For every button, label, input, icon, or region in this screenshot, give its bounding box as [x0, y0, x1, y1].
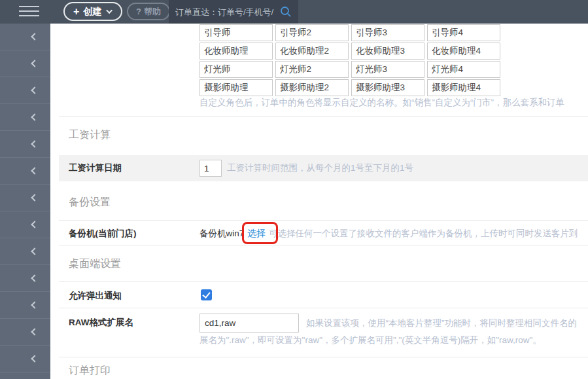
chevron-left-icon: [31, 60, 38, 67]
create-button-label: 创建: [83, 6, 101, 18]
section-title-print: 订单打印: [69, 364, 111, 378]
chevron-left-icon: [31, 301, 38, 308]
chevron-left-icon: [31, 194, 38, 201]
role-input[interactable]: [427, 61, 500, 78]
sidebar-item[interactable]: [0, 346, 50, 372]
backup-select-link[interactable]: 选择: [247, 228, 266, 240]
role-input[interactable]: [275, 43, 349, 60]
sidebar-item[interactable]: [0, 372, 50, 379]
popup-notify-checkbox[interactable]: [201, 289, 212, 300]
role-input[interactable]: [275, 79, 349, 96]
role-input[interactable]: [427, 79, 500, 96]
chevron-left-icon: [31, 274, 38, 281]
backup-hint-text: 可选择任何一个设置了接收文件的客户端作为备份机，上传时可同时发送客片到: [269, 228, 578, 240]
sidebar: [0, 24, 50, 379]
salary-date-row: 工资计算日期 工资计算时间范围，从每个月的1号至下月的1号: [59, 155, 588, 181]
sidebar-item[interactable]: [0, 158, 50, 185]
raw-extension-label: RAW格式扩展名: [69, 317, 133, 329]
sidebar-item[interactable]: [0, 292, 50, 319]
chevron-left-icon: [31, 167, 38, 174]
section-title-backup: 备份设置: [69, 196, 111, 209]
raw-extension-row: RAW格式扩展名 如果设置该项，使用“本地客片整理”功能时，将同时整理相同文件名…: [59, 308, 588, 357]
role-input[interactable]: [351, 24, 424, 41]
divider: [59, 357, 588, 357]
question-icon: ?: [136, 7, 141, 16]
salary-date-hint: 工资计算时间范围，从每个月的1号至下月的1号: [227, 162, 413, 174]
role-input[interactable]: [199, 43, 273, 60]
sidebar-item[interactable]: [0, 211, 50, 238]
custom-roles-grid: [199, 24, 500, 96]
help-button-label: 帮助: [144, 6, 161, 18]
chevron-left-icon: [31, 328, 38, 335]
raw-extension-input[interactable]: [199, 314, 299, 333]
role-input[interactable]: [199, 79, 273, 96]
salary-date-input[interactable]: [199, 160, 222, 177]
section-title-salary: 工资计算: [69, 128, 111, 142]
divider: [59, 116, 588, 117]
backup-machine-row: 备份机(当前门店) 备份机win7 选择 可选择任何一个设置了接收文件的客户端作…: [59, 220, 588, 245]
help-button[interactable]: ? 帮助: [127, 3, 170, 20]
role-input[interactable]: [351, 79, 424, 96]
role-input[interactable]: [199, 24, 273, 41]
chevron-down-icon: [106, 7, 112, 14]
chevron-left-icon: [31, 355, 38, 362]
role-input[interactable]: [427, 24, 500, 41]
raw-hint-line1: 如果设置该项，使用“本地客片整理”功能时，将同时整理相同文件名的: [306, 317, 577, 329]
sidebar-item[interactable]: [0, 50, 50, 77]
backup-machine-label: 备份机(当前门店): [69, 228, 137, 240]
search-input[interactable]: [175, 0, 277, 24]
roles-hint-text: 自定义角色后，订单中的角色将显示自定义的名称。如“销售”自定义为“门市”，那么套…: [199, 97, 564, 109]
sidebar-item[interactable]: [0, 265, 50, 292]
chevron-left-icon: [31, 33, 38, 40]
create-button[interactable]: + 创建: [63, 2, 122, 21]
sidebar-item[interactable]: [0, 77, 50, 104]
role-input[interactable]: [427, 43, 500, 60]
chevron-left-icon: [31, 113, 38, 120]
role-input[interactable]: [351, 61, 424, 78]
chevron-left-icon: [31, 140, 38, 147]
sidebar-item[interactable]: [0, 24, 50, 50]
sidebar-item[interactable]: [0, 185, 50, 211]
popup-notify-row: 允许弹出通知: [59, 281, 588, 308]
role-input[interactable]: [199, 61, 273, 78]
hamburger-menu-icon[interactable]: [19, 6, 39, 18]
sidebar-item[interactable]: [0, 131, 50, 158]
sidebar-item[interactable]: [0, 319, 50, 346]
role-input[interactable]: [351, 43, 424, 60]
role-input[interactable]: [275, 61, 349, 78]
popup-notify-label: 允许弹出通知: [69, 290, 122, 302]
settings-page: 自定义角色后，订单中的角色将显示自定义的名称。如“销售”自定义为“门市”，那么套…: [50, 24, 588, 379]
chevron-left-icon: [31, 86, 38, 94]
plus-icon: +: [73, 6, 79, 18]
role-input[interactable]: [275, 24, 349, 41]
salary-date-label: 工资计算日期: [69, 162, 122, 174]
backup-machine-value: 备份机win7: [199, 228, 244, 240]
section-title-desktop: 桌面端设置: [69, 257, 121, 271]
order-search-box: [169, 0, 298, 24]
chevron-left-icon: [31, 247, 38, 255]
chevron-left-icon: [31, 221, 38, 228]
sidebar-item[interactable]: [0, 104, 50, 131]
raw-hint-line2: 展名为".raw"，即可设置为"raw"，多个扩展名可用","(英文半角逗号)隔…: [199, 334, 542, 346]
search-icon[interactable]: [280, 6, 292, 18]
sidebar-item[interactable]: [0, 238, 50, 265]
topbar: + 创建 ? 帮助: [0, 0, 588, 24]
